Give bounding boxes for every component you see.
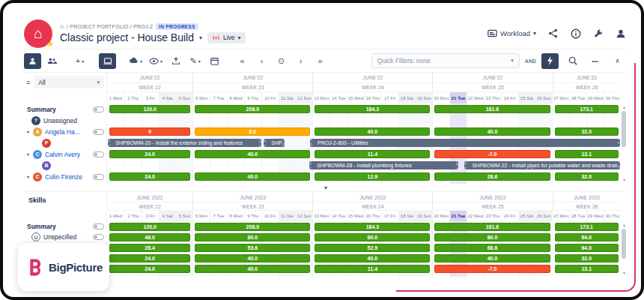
workload-bar[interactable]: 80.0: [195, 233, 310, 242]
workload-bar[interactable]: 80.0: [315, 233, 430, 242]
workload-bar[interactable]: 120.0: [109, 223, 190, 231]
collapse-toolbar-button[interactable]: ∧: [609, 53, 626, 69]
row-label[interactable]: Colin Firenze: [45, 173, 82, 181]
workload-bar[interactable]: 40.0: [315, 128, 430, 136]
workload-bar[interactable]: 40.0: [434, 128, 550, 136]
edit-button[interactable]: ✎▾: [186, 53, 204, 69]
task-bar[interactable]: SHPBOWM-20 - Install the exterior siding…: [108, 139, 261, 147]
step-forward-button[interactable]: ›: [292, 53, 309, 69]
workload-bar[interactable]: 80.0: [434, 233, 550, 242]
row-toggle[interactable]: [93, 224, 104, 230]
workload-bar[interactable]: 40.0: [195, 172, 310, 181]
visibility-button[interactable]: ▾: [147, 53, 165, 69]
vertical-scrollbar[interactable]: ▲▼: [621, 73, 628, 184]
workload-bar[interactable]: 40.0: [195, 265, 310, 273]
search-button[interactable]: [564, 53, 581, 69]
scrollbar-thumb[interactable]: [622, 229, 626, 259]
row-toggle[interactable]: [93, 174, 104, 180]
workload-bar[interactable]: 40.0: [434, 254, 550, 262]
live-toggle[interactable]: Live ▾: [207, 32, 246, 44]
row-label[interactable]: Calvin Avery: [45, 151, 80, 158]
resources-view-button[interactable]: [24, 53, 41, 69]
row-expand-chevron-icon[interactable]: ▾: [27, 129, 33, 134]
workload-bar[interactable]: 208.0: [195, 105, 310, 113]
filter-operator-toggle[interactable]: AND: [525, 58, 536, 64]
workload-bar[interactable]: 184.3: [315, 223, 430, 231]
workload-bar[interactable]: 40.0: [195, 150, 310, 158]
resource-filter-select[interactable]: All▾: [34, 76, 104, 88]
task-bar[interactable]: SHPBOWM-22 - Install pipes for potable w…: [464, 161, 619, 170]
workload-bar[interactable]: 68.6: [434, 244, 550, 252]
task-bar[interactable]: SHPBOWM-28 - Install plumbing fixtures: [309, 161, 458, 170]
section-expander[interactable]: ▾: [24, 184, 628, 192]
workload-bar[interactable]: -7.0: [434, 265, 550, 273]
user-button[interactable]: [615, 28, 626, 39]
scroll-up-arrow[interactable]: ▲: [621, 105, 628, 110]
workload-bar[interactable]: 173.1: [555, 223, 619, 231]
workload-bar[interactable]: 28.6: [434, 172, 550, 181]
export-button[interactable]: [167, 53, 184, 69]
breadcrumb-path[interactable]: / PROJECT PORTFOLIO / PROJ-2: [67, 24, 153, 29]
workload-bar[interactable]: 13.1: [555, 265, 619, 273]
info-button[interactable]: [570, 28, 581, 39]
row-expand-chevron-icon[interactable]: ▾: [27, 174, 33, 179]
workload-bar[interactable]: 208.0: [195, 223, 310, 231]
workload-bar[interactable]: 184.3: [315, 105, 430, 113]
share-button[interactable]: [547, 28, 559, 39]
row-toggle[interactable]: [93, 129, 104, 135]
row-label[interactable]: Angela Ha...: [45, 128, 80, 136]
scroll-down-arrow[interactable]: ▼: [621, 271, 628, 275]
go-to-today-button[interactable]: ⊙: [273, 53, 290, 69]
workload-bar[interactable]: 120.0: [109, 105, 190, 113]
workload-bar[interactable]: 32.0: [555, 172, 619, 181]
row-toggle[interactable]: [93, 234, 104, 240]
workload-bar[interactable]: 12.9: [315, 172, 430, 181]
workload-bar[interactable]: 40.0: [195, 254, 310, 262]
quick-filters-select[interactable]: Quick Filters: none ▾: [371, 53, 520, 68]
task-bar[interactable]: SHPB: [264, 139, 284, 147]
workload-bar[interactable]: 8.0: [195, 128, 310, 136]
workload-bar[interactable]: 32.0: [555, 254, 619, 262]
workload-bar[interactable]: 48.0: [109, 233, 190, 242]
workload-bar[interactable]: 173.1: [555, 105, 619, 113]
settings-wrench-button[interactable]: [592, 28, 604, 39]
workload-bar[interactable]: 52.9: [315, 244, 430, 252]
workload-bar[interactable]: 40.0: [315, 254, 430, 262]
workload-bar[interactable]: 181.6: [434, 105, 550, 113]
workload-bar[interactable]: 28.4: [109, 244, 190, 252]
step-back-button[interactable]: ‹: [253, 53, 270, 69]
workload-bar[interactable]: 64.0: [555, 244, 619, 252]
workload-bar[interactable]: 0: [109, 128, 190, 136]
scroll-down-arrow[interactable]: ▼: [621, 178, 628, 182]
home-icon[interactable]: ⌂: [60, 23, 64, 30]
workload-bar[interactable]: 11.4: [315, 150, 430, 158]
calendar-button[interactable]: [206, 53, 223, 69]
add-button[interactable]: +▾: [71, 53, 88, 69]
workload-bar[interactable]: 24.0: [109, 150, 190, 158]
teams-view-button[interactable]: [43, 53, 61, 69]
workload-bar[interactable]: 53.6: [195, 244, 310, 252]
workload-bar[interactable]: 24.0: [109, 265, 190, 273]
workload-bar[interactable]: 24.0: [109, 254, 190, 262]
workload-bar[interactable]: -7.0: [434, 150, 550, 158]
auto-filter-button[interactable]: [541, 53, 559, 69]
more-options-button[interactable]: •••: [586, 53, 604, 69]
jump-start-button[interactable]: «: [234, 53, 251, 69]
workload-bar[interactable]: 24.0: [109, 172, 190, 181]
workload-bar[interactable]: 13.1: [555, 150, 619, 158]
scroll-up-arrow[interactable]: ▲: [621, 223, 628, 227]
workload-bar[interactable]: 11.4: [315, 265, 430, 273]
row-toggle[interactable]: [93, 106, 104, 112]
title-chevron-down-icon[interactable]: ▾: [199, 34, 202, 41]
workload-bar[interactable]: 32.0: [555, 128, 619, 136]
workload-bar[interactable]: 181.6: [434, 223, 550, 231]
task-bar[interactable]: PROJ-2-800 - Utilities: [310, 139, 620, 147]
row-expand-chevron-icon[interactable]: ▾: [27, 152, 33, 157]
row-toggle[interactable]: [93, 152, 104, 158]
board-view-button[interactable]: [99, 53, 116, 69]
jump-end-button[interactable]: »: [312, 53, 329, 69]
vertical-scrollbar[interactable]: ▲▼: [621, 193, 628, 277]
workload-bar[interactable]: 64.0: [555, 233, 619, 242]
list-icon[interactable]: ≡: [26, 79, 30, 86]
display-mode-button[interactable]: ▾: [127, 53, 145, 69]
